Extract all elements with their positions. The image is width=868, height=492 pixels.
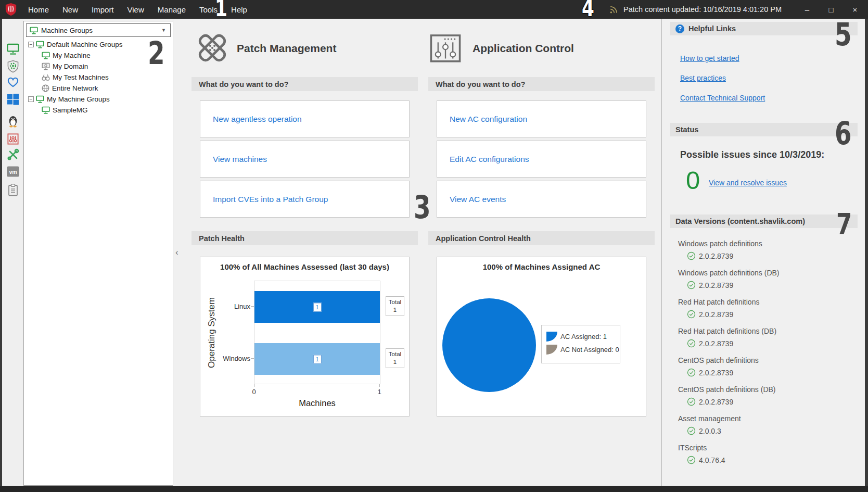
list-item: CentOS patch definitions (DB) 2.0.2.8739 <box>678 385 780 414</box>
bar-category-windows: Windows <box>219 355 250 362</box>
check-circle-icon <box>687 281 696 289</box>
menu-view[interactable]: View <box>121 5 151 14</box>
check-circle-icon <box>687 251 696 260</box>
help-question-icon: ? <box>675 24 684 33</box>
check-circle-icon <box>687 310 696 319</box>
health-heart-icon[interactable] <box>7 77 19 87</box>
bar-chart-xlabel: Machines <box>254 398 380 408</box>
panel-divider <box>173 19 173 486</box>
protect-shield-icon[interactable] <box>7 60 19 73</box>
view-ac-events-button[interactable]: View AC events <box>437 181 646 218</box>
data-versions-list: Windows patch definitions 2.0.2.8739 Win… <box>678 239 780 473</box>
group-selector-dropdown[interactable]: Machine Groups ▼ <box>26 23 171 37</box>
bar-value-label: 1 <box>313 355 321 363</box>
linux-penguin-icon[interactable] <box>7 115 19 128</box>
patch-health-header: Patch Health <box>192 231 418 245</box>
collapse-expander-icon[interactable]: − <box>28 96 34 102</box>
collapse-panel-arrow-icon[interactable]: ‹ <box>175 248 178 257</box>
chevron-down-icon: ▼ <box>161 28 166 33</box>
tree-item-my-test-machines[interactable]: My Test Machines <box>24 72 173 83</box>
bar-value-label: 1 <box>313 302 321 311</box>
shavlik-protect-window: Home New Import View Manage Tools Help P… <box>0 0 868 492</box>
edit-ac-configurations-button[interactable]: Edit AC configurations <box>437 141 646 178</box>
ac-health-chart: 100% of Machines Assigned AC AC Assigned… <box>437 257 646 417</box>
machine-groups-panel: Machine Groups ▼ − Default Machine Group… <box>23 21 173 486</box>
shavlik-logo-icon <box>5 3 17 16</box>
how-to-get-started-link[interactable]: How to get started <box>680 54 739 62</box>
new-agentless-operation-button[interactable]: New agentless operation <box>200 100 410 137</box>
tree-item-default-machine-groups[interactable]: − Default Machine Groups <box>24 39 173 50</box>
tree-item-label: My Domain <box>53 62 88 70</box>
globe-icon <box>42 84 49 92</box>
list-item: Windows patch definitions 2.0.2.8739 <box>678 239 780 269</box>
machines-monitor-icon[interactable] <box>6 43 19 55</box>
total-box-linux: Total1 <box>386 296 404 316</box>
monitor-icon <box>30 27 38 34</box>
view-and-resolve-issues-link[interactable]: View and resolve issues <box>709 179 787 187</box>
collapse-expander-icon[interactable]: − <box>28 42 34 47</box>
bar-windows: 1 <box>254 343 380 375</box>
bar-chart-plot-area: 1 1 <box>254 281 380 384</box>
application-control-sliders-icon[interactable] <box>7 133 19 145</box>
best-practices-link[interactable]: Best practices <box>680 74 726 82</box>
tree-item-label: SampleMG <box>53 106 88 114</box>
svg-text:vm: vm <box>9 169 17 175</box>
check-circle-icon <box>687 339 696 348</box>
issue-count: 0 <box>686 168 700 193</box>
tools-icon[interactable] <box>7 148 19 161</box>
legend-swatch-blue <box>546 332 557 342</box>
import-cves-button[interactable]: Import CVEs into a Patch Group <box>200 181 410 218</box>
legend-row-assigned: AC Assigned: 1 <box>546 330 620 343</box>
patch-content-feed-icon <box>609 5 619 15</box>
virtual-machines-icon[interactable]: vm <box>6 166 19 177</box>
window-right-border <box>865 19 868 486</box>
menu-new[interactable]: New <box>56 5 85 14</box>
menu-help[interactable]: Help <box>224 5 254 14</box>
tree-item-label: Default Machine Groups <box>47 41 123 48</box>
status-title: Status <box>675 125 698 134</box>
machine-groups-tree: − Default Machine Groups My Machine My D… <box>24 39 173 116</box>
tree-item-my-machine[interactable]: My Machine <box>24 50 173 61</box>
windows-icon[interactable] <box>7 93 19 105</box>
reports-clipboard-icon[interactable] <box>8 184 18 196</box>
list-item: Red Hat patch definitions (DB) 2.0.2.873… <box>678 327 780 356</box>
check-circle-icon <box>687 368 696 377</box>
monitor-icon <box>36 41 44 48</box>
list-item: CentOS patch definitions 2.0.2.8739 <box>678 356 780 385</box>
right-panel-divider <box>661 19 662 486</box>
minimize-button[interactable]: – <box>795 5 819 14</box>
helpful-links-title: Helpful Links <box>688 24 736 33</box>
close-button[interactable]: × <box>843 5 867 14</box>
maximize-button[interactable]: □ <box>819 5 843 14</box>
monitor-icon <box>42 52 50 59</box>
list-item: Windows patch definitions (DB) 2.0.2.873… <box>678 269 780 298</box>
ac-health-header: Application Control Health <box>428 231 655 245</box>
x-tick <box>254 384 254 387</box>
group-selector-value: Machine Groups <box>41 27 93 34</box>
tree-item-label: Entire Network <box>52 84 98 92</box>
menu-manage[interactable]: Manage <box>151 5 193 14</box>
menu-bar: Home New Import View Manage Tools Help <box>21 5 254 14</box>
menu-tools[interactable]: Tools <box>193 5 224 14</box>
tree-item-my-domain[interactable]: My Domain <box>24 61 173 72</box>
new-ac-configuration-button[interactable]: New AC configuration <box>437 100 646 137</box>
view-machines-button[interactable]: View machines <box>200 141 410 178</box>
tree-item-entire-network[interactable]: Entire Network <box>24 83 173 94</box>
menu-home[interactable]: Home <box>21 5 56 14</box>
window-bottom-border <box>0 486 868 492</box>
domain-monitor-icon <box>42 62 50 70</box>
monitor-icon <box>42 106 50 114</box>
tree-item-samplemg[interactable]: SampleMG <box>24 105 173 116</box>
tree-item-label: My Machine <box>53 52 91 59</box>
application-control-sliders-icon <box>428 31 463 65</box>
pie-legend: AC Assigned: 1 AC Not Assigned: 0 <box>541 325 620 363</box>
contact-technical-support-link[interactable]: Contact Technical Support <box>680 94 765 102</box>
tree-item-label: My Machine Groups <box>47 95 110 103</box>
menu-import[interactable]: Import <box>85 5 121 14</box>
x-tick-label: 0 <box>251 388 257 396</box>
tree-item-my-machine-groups[interactable]: − My Machine Groups <box>24 94 173 105</box>
navigation-rail: vm <box>2 19 23 486</box>
ac-pie <box>442 298 536 392</box>
binoculars-icon <box>42 73 50 81</box>
x-tick <box>379 384 380 387</box>
